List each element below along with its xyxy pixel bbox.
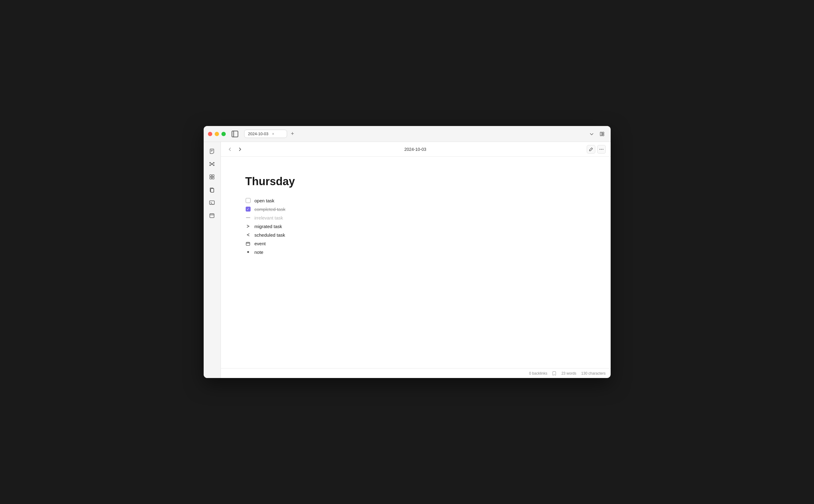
migrated-task-icon (245, 223, 251, 229)
task-label-note: note (254, 250, 263, 255)
characters-status: 130 characters (581, 371, 606, 376)
svg-point-9 (213, 162, 214, 163)
svg-rect-21 (211, 189, 214, 192)
app-window: 2024-10-03 × + (204, 126, 611, 378)
checkmark-icon: ✓ (246, 208, 249, 211)
task-label-irrelevant: irrelevant task (254, 215, 283, 220)
svg-line-12 (211, 163, 211, 164)
svg-line-14 (211, 164, 211, 165)
status-bar: 0 backlinks 23 words 130 characters (221, 368, 611, 378)
page-title: 2024-10-03 (404, 147, 426, 152)
task-list: open task ✓ completed task (245, 198, 586, 255)
completed-task-icon[interactable]: ✓ (245, 206, 251, 212)
task-label-scheduled: scheduled task (254, 232, 285, 238)
back-button[interactable] (226, 145, 234, 154)
sidebar-icon-terminal[interactable] (206, 197, 217, 208)
titlebar-right (587, 130, 606, 138)
layout-button[interactable] (598, 130, 606, 138)
words-status: 23 words (561, 371, 576, 376)
list-item: ✓ completed task (245, 206, 586, 212)
svg-point-10 (210, 165, 211, 166)
svg-rect-32 (246, 242, 250, 245)
svg-rect-3 (602, 132, 604, 134)
minimize-button[interactable] (215, 132, 219, 136)
book-icon (552, 371, 556, 376)
new-tab-button[interactable]: + (288, 130, 297, 138)
list-item: migrated task (245, 223, 586, 229)
svg-line-15 (212, 164, 213, 165)
nav-buttons (226, 145, 244, 154)
svg-point-29 (599, 149, 600, 150)
list-item: event (245, 241, 586, 246)
list-item: open task (245, 198, 586, 203)
svg-line-13 (212, 163, 213, 164)
close-button[interactable] (208, 132, 212, 136)
words-count: 23 words (561, 371, 576, 376)
dash-icon (246, 217, 250, 218)
svg-rect-18 (210, 177, 212, 179)
sidebar-icon-notes[interactable] (206, 146, 217, 157)
scheduled-task-icon (245, 232, 251, 238)
sidebar-icon-grid[interactable] (206, 171, 217, 182)
note-bullet-icon (247, 251, 249, 253)
tab-label: 2024-10-03 (248, 132, 269, 136)
checkbox-checked[interactable]: ✓ (246, 207, 250, 212)
list-item: irrelevant task (245, 215, 586, 220)
main-layout: 2024-10-03 (204, 142, 611, 378)
sidebar (204, 142, 221, 378)
forward-button[interactable] (235, 145, 244, 154)
top-bar: 2024-10-03 (221, 142, 611, 157)
task-label-event: event (254, 241, 266, 246)
backlinks-count: 0 backlinks (529, 371, 547, 376)
document-title: Thursday (245, 175, 586, 188)
sidebar-icon-calendar[interactable] (206, 210, 217, 221)
svg-rect-4 (602, 134, 604, 136)
content-area: 2024-10-03 (221, 142, 611, 378)
svg-rect-16 (210, 175, 212, 177)
document-content: Thursday open task ✓ (221, 157, 611, 368)
sidebar-icon-pages[interactable] (206, 184, 217, 195)
top-bar-actions (587, 145, 606, 154)
note-icon (245, 249, 251, 255)
list-item: scheduled task (245, 232, 586, 238)
svg-rect-17 (212, 175, 214, 177)
open-task-icon[interactable] (245, 198, 251, 203)
characters-count: 130 characters (581, 371, 606, 376)
backlinks-status: 0 backlinks (529, 371, 547, 376)
tab-bar: 2024-10-03 × + (244, 130, 584, 138)
task-label-migrated: migrated task (254, 224, 282, 229)
svg-point-31 (602, 149, 603, 150)
titlebar: 2024-10-03 × + (204, 126, 611, 142)
task-label-completed: completed task (254, 207, 285, 212)
svg-point-30 (601, 149, 602, 150)
svg-rect-25 (210, 214, 214, 218)
sidebar-toggle-button[interactable] (231, 130, 239, 138)
tab-close-button[interactable]: × (272, 132, 274, 136)
svg-point-8 (210, 162, 211, 163)
more-button[interactable] (597, 145, 606, 154)
maximize-button[interactable] (221, 132, 226, 136)
traffic-lights (208, 132, 226, 136)
checkbox-unchecked[interactable] (246, 198, 250, 203)
svg-rect-0 (232, 131, 238, 137)
sidebar-icon-graph[interactable] (206, 158, 217, 170)
svg-rect-23 (209, 201, 214, 204)
irrelevant-task-icon (245, 215, 251, 220)
event-icon (245, 241, 251, 246)
chevron-down-button[interactable] (587, 130, 596, 138)
tab-item[interactable]: 2024-10-03 × (244, 130, 287, 138)
list-item: note (245, 249, 586, 255)
task-label-open: open task (254, 198, 274, 203)
svg-rect-2 (600, 132, 602, 136)
edit-button[interactable] (587, 145, 595, 154)
svg-rect-19 (212, 177, 214, 179)
svg-point-11 (213, 165, 214, 166)
